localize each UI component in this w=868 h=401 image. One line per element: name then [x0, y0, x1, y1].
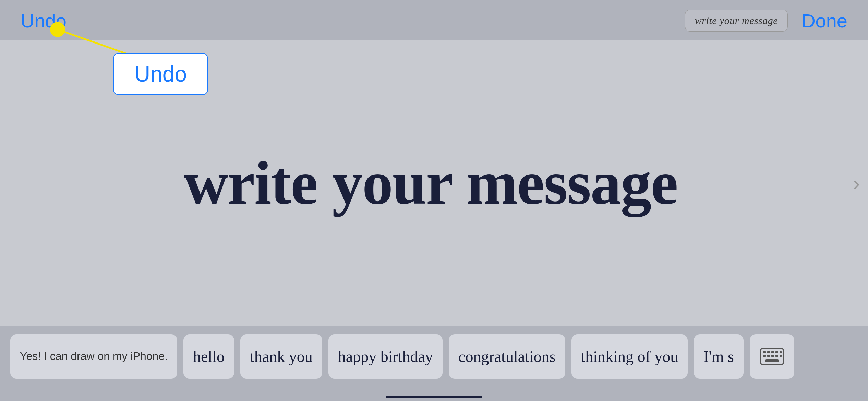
- svg-rect-10: [771, 355, 774, 357]
- suggestion-hello[interactable]: hello: [183, 334, 234, 379]
- svg-rect-12: [780, 355, 782, 357]
- svg-rect-7: [780, 351, 782, 353]
- undo-top-button[interactable]: Undo: [21, 10, 67, 32]
- svg-rect-3: [763, 351, 766, 353]
- suggestion-yes-i-can-text: Yes! I can draw on my iPhone.: [20, 349, 168, 364]
- handwriting-display: write your message: [163, 146, 705, 220]
- svg-rect-8: [763, 355, 766, 357]
- svg-rect-9: [767, 355, 770, 357]
- suggestion-thinking-of-you[interactable]: thinking of you: [571, 334, 688, 379]
- keyboard-icon: [760, 348, 784, 365]
- top-right-area: write your message Done: [685, 10, 847, 32]
- write-message-preview: write your message: [685, 10, 788, 32]
- suggestion-congratulations[interactable]: congratulations: [449, 334, 565, 379]
- suggestion-hello-text: hello: [193, 348, 225, 366]
- top-bar: Undo write your message Done: [0, 0, 868, 41]
- svg-rect-4: [767, 351, 770, 353]
- suggestion-congratulations-text: congratulations: [458, 348, 556, 366]
- undo-tooltip-popup[interactable]: Undo: [113, 53, 208, 95]
- svg-rect-11: [775, 355, 778, 357]
- svg-rect-6: [775, 351, 778, 353]
- suggestion-thank-you[interactable]: thank you: [240, 334, 322, 379]
- done-button[interactable]: Done: [801, 10, 847, 32]
- suggestion-thank-you-text: thank you: [250, 348, 313, 366]
- suggestion-thinking-of-you-text: thinking of you: [581, 348, 678, 366]
- undo-tooltip-label: Undo: [134, 62, 187, 86]
- svg-rect-13: [765, 359, 779, 362]
- suggestions-bar: Yes! I can draw on my iPhone. hello than…: [0, 329, 868, 384]
- suggestion-happy-birthday-text: happy birthday: [338, 348, 433, 366]
- keyboard-toggle-button[interactable]: [750, 334, 794, 379]
- svg-rect-5: [771, 351, 774, 353]
- suggestion-im-s-text: I'm s: [703, 348, 734, 366]
- suggestion-yes-i-can[interactable]: Yes! I can draw on my iPhone.: [10, 334, 177, 379]
- suggestion-happy-birthday[interactable]: happy birthday: [328, 334, 443, 379]
- next-chevron-icon[interactable]: ›: [853, 171, 860, 195]
- suggestion-im-s[interactable]: I'm s: [694, 334, 744, 379]
- home-indicator: [386, 396, 482, 398]
